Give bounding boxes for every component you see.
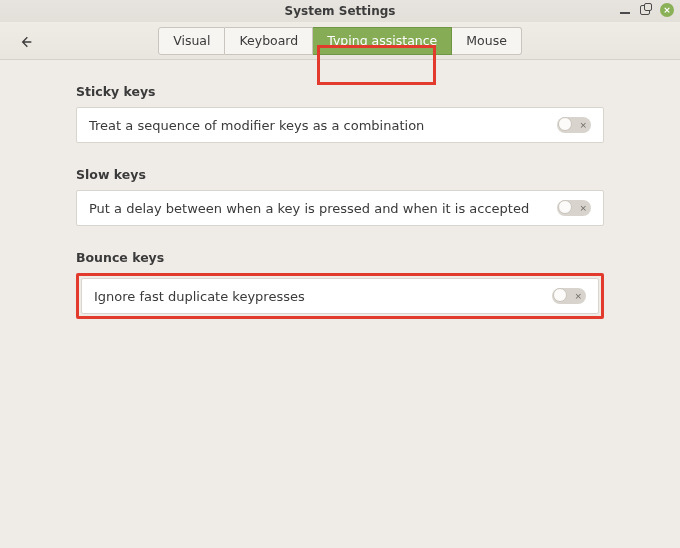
back-arrow-icon [18,34,34,50]
section-sticky-keys: Sticky keys Treat a sequence of modifier… [76,84,604,143]
toggle-off-icon: × [574,291,582,301]
highlight-annotation-bounce: Ignore fast duplicate keypresses × [76,273,604,319]
tab-typing-assistance[interactable]: Typing assistance [313,27,452,55]
tab-keyboard[interactable]: Keyboard [225,27,313,55]
toggle-knob [558,117,572,131]
bounce-keys-toggle[interactable]: × [552,288,586,304]
minimize-icon[interactable] [620,12,630,14]
tab-label: Keyboard [239,33,298,48]
row-label: Ignore fast duplicate keypresses [94,289,305,304]
tab-label: Visual [173,33,210,48]
content-area: Sticky keys Treat a sequence of modifier… [0,60,680,548]
settings-window: System Settings × Visual Keyboard Typing… [0,0,680,548]
toggle-off-icon: × [579,120,587,130]
window-title: System Settings [285,4,396,18]
tab-label: Mouse [466,33,507,48]
section-title: Bounce keys [76,250,604,265]
close-glyph: × [663,5,671,15]
toggle-knob [553,288,567,302]
section-title: Sticky keys [76,84,604,99]
section-bounce-keys: Bounce keys Ignore fast duplicate keypre… [76,250,604,319]
titlebar: System Settings × [0,0,680,22]
back-button[interactable] [14,30,38,54]
close-icon[interactable]: × [660,3,674,17]
toggle-knob [558,200,572,214]
row-label: Treat a sequence of modifier keys as a c… [89,118,424,133]
tab-visual[interactable]: Visual [158,27,225,55]
maximize-icon[interactable] [640,5,650,15]
sticky-keys-row[interactable]: Treat a sequence of modifier keys as a c… [76,107,604,143]
section-title: Slow keys [76,167,604,182]
row-label: Put a delay between when a key is presse… [89,201,529,216]
tab-mouse[interactable]: Mouse [452,27,522,55]
slow-keys-toggle[interactable]: × [557,200,591,216]
toggle-off-icon: × [579,203,587,213]
section-slow-keys: Slow keys Put a delay between when a key… [76,167,604,226]
window-controls: × [620,3,674,17]
sticky-keys-toggle[interactable]: × [557,117,591,133]
toolbar: Visual Keyboard Typing assistance Mouse [0,22,680,60]
bounce-keys-row[interactable]: Ignore fast duplicate keypresses × [81,278,599,314]
tabbar: Visual Keyboard Typing assistance Mouse [158,27,522,55]
tab-label: Typing assistance [327,33,437,48]
slow-keys-row[interactable]: Put a delay between when a key is presse… [76,190,604,226]
